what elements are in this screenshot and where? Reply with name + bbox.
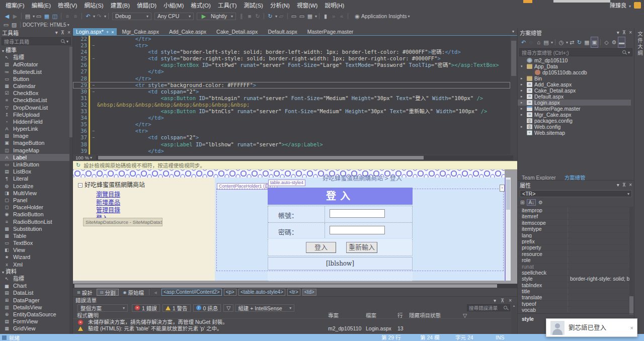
split-view-tab[interactable]: ⊟分割 <box>97 289 119 296</box>
code-scrollbar-thumb[interactable] <box>511 41 516 76</box>
warnings-filter-button[interactable]: 1 警告 <box>163 304 191 312</box>
toolbox-item-RadioButton[interactable]: ◉RadioButton <box>0 211 69 218</box>
se-toolbar-icon-9[interactable]: ▣ <box>591 37 598 48</box>
close-icon[interactable]: × <box>629 30 632 35</box>
doc-tab-Mgr_Cake.aspx[interactable]: Mgr_Cake.aspx <box>117 28 164 35</box>
expander-icon[interactable]: ▾ <box>521 63 523 69</box>
toolbox-item-Xml[interactable]: xXml <box>0 261 69 268</box>
doc-tab-MasterPage.master[interactable]: MasterPage.master <box>302 28 359 35</box>
tree-item-MasterPage.master[interactable]: ▸MasterPage.master <box>518 106 631 112</box>
design-view-tab[interactable]: ⊞設計 <box>74 289 96 296</box>
expander-icon[interactable]: ▸ <box>521 124 523 130</box>
se-toolbar-icon-12[interactable]: ⚙ <box>610 37 618 47</box>
sort-alphabetical-icon[interactable]: A↓ <box>527 199 536 206</box>
se-toolbar-icon-2[interactable]: ⌂ <box>535 37 542 47</box>
tag-path-item[interactable]: <td> <box>302 289 316 296</box>
property-row-title[interactable]: title <box>518 288 629 294</box>
pin-icon[interactable]: ⊼ <box>622 182 626 188</box>
menu-item-7[interactable]: 格式(O) <box>187 0 214 11</box>
close-icon[interactable]: × <box>111 30 114 35</box>
toolbar-combo-debug[interactable]: Debug▾ <box>112 13 151 20</box>
tree-item-Add_Cake.aspx[interactable]: ▸‹›Add_Cake.aspx <box>518 81 631 88</box>
close-icon[interactable]: × <box>630 319 633 337</box>
zoom-level[interactable]: 100 % <box>73 155 89 160</box>
toolbox-item-Image[interactable]: ▨Image <box>0 132 69 139</box>
tree-item-Default.aspx[interactable]: ▸‹›Default.aspx <box>518 94 631 100</box>
toolbox-item-Chart[interactable]: ▅Chart <box>0 282 69 289</box>
tree-item-Login.aspx[interactable]: ▸‹›Login.aspx <box>518 100 631 106</box>
expander-icon[interactable]: ▸ <box>521 75 523 81</box>
se-toolbar-icon-1[interactable]: ◌ <box>527 37 535 47</box>
toolbar-icon-18[interactable]: ■ <box>246 11 254 21</box>
tree-item-App_Data[interactable]: ▾App_Data <box>518 63 631 69</box>
signin-notification[interactable]: 劉芯語已登入 × <box>546 318 637 337</box>
signed-in-user[interactable]: 陳臻良 ▾ <box>610 0 631 11</box>
menu-item-1[interactable]: 編輯(E) <box>28 0 54 11</box>
toolbar-icon-26[interactable]: ▦ <box>306 11 314 21</box>
toolbox-item-AdRotator[interactable]: ▤AdRotator <box>0 61 69 68</box>
toolbar-icon-6[interactable]: ◫ <box>51 11 59 21</box>
property-row-prefix[interactable]: prefix <box>518 238 629 244</box>
pin-icon[interactable]: ⊼ <box>501 298 504 303</box>
toolbox-item-Table[interactable]: ▦Table <box>0 232 69 239</box>
toolbox-search-input[interactable]: 搜尋工具箱 ▾ <box>2 37 71 45</box>
toolbar-icon-30[interactable]: « <box>338 11 346 21</box>
toolbox-item-TextBox[interactable]: ▭TextBox <box>0 239 69 246</box>
sitemap-datasource-control[interactable]: SiteMapDataSource - SiteMapDataSource1 <box>83 218 163 226</box>
design-surface[interactable]: −好吃蜂蜜蛋糕網購商站 瀏覽目錄新增產品管理目錄登入 SiteMapDataSo… <box>73 169 517 284</box>
menu-item-9[interactable]: 測試(S) <box>240 0 267 11</box>
toolbox-item-GridView[interactable]: ▦GridView <box>0 325 69 332</box>
error-col-1[interactable]: 說明 <box>88 312 99 319</box>
collapse-icon[interactable]: − <box>78 183 83 188</box>
se-toolbar-icon-11[interactable]: ◇ <box>603 37 610 47</box>
menu-item-8[interactable]: 工具(T) <box>214 0 240 11</box>
toolbar-icon-4[interactable]: ▭ <box>35 11 43 21</box>
toolbox-item-CheckBox[interactable]: ☑CheckBox <box>0 90 69 97</box>
toolbox-item-Label[interactable]: ALabel <box>0 154 69 161</box>
tree-item-dp105110db.accdb[interactable]: dp105110db.accdb <box>518 69 631 75</box>
se-toolbar-icon-3[interactable]: ▤ <box>542 37 550 47</box>
toolbar-icon-24[interactable]: ▭ <box>290 11 298 21</box>
tag-nav-back-icon[interactable]: ◂ <box>151 287 159 297</box>
toolbox-category-標準[interactable]: ▾標準 <box>0 47 69 54</box>
error-col-4[interactable]: 行 <box>397 312 403 319</box>
code-editor[interactable]: 22 </tr>23− <tr>24 <td style="border-lef… <box>73 36 510 154</box>
toolbox-item-ImageButton[interactable]: ▣ImageButton <box>0 139 69 146</box>
menu-item-5[interactable]: 偵錯(D) <box>133 0 160 11</box>
error-col-2[interactable]: 專案 <box>328 312 339 319</box>
properties-object-dropdown[interactable]: <TR>▾ <box>520 190 632 197</box>
property-row-runat[interactable]: runat <box>518 264 629 270</box>
tree-item-m2_dp105110[interactable]: m2_dp105110 <box>518 57 631 63</box>
solution-explorer-search-input[interactable]: 搜尋方案總管 (Ctrl+;) ▾ <box>519 48 632 56</box>
site-nav-link-新增產品[interactable]: 新增產品 <box>96 198 120 206</box>
menu-item-2[interactable]: 檢視(V) <box>54 0 80 11</box>
pin-icon[interactable]: ⊼ <box>622 30 626 35</box>
chevron-down-icon[interactable]: ▾ <box>617 30 619 35</box>
errors-filter-button[interactable]: ×1 錯誤 <box>132 304 160 312</box>
site-nav-link-管理目錄[interactable]: 管理目錄 <box>96 205 120 214</box>
tree-item-Cake_Detail.aspx[interactable]: ▸‹›Cake_Detail.aspx <box>518 88 631 94</box>
toolbox-item-Wizard[interactable]: ★Wizard <box>0 253 69 261</box>
property-row-itemprop[interactable]: itemprop <box>518 207 629 213</box>
toolbar-icon-29[interactable]: » <box>330 11 338 21</box>
messages-filter-button[interactable]: i0 訊息 <box>193 304 221 312</box>
toolbox-item-Calendar[interactable]: ▦Calendar <box>0 82 69 90</box>
toolbar-icon-8[interactable]: ≡ <box>63 11 71 21</box>
chevron-down-icon[interactable]: ▾ <box>55 30 58 35</box>
toolbar-icon-19[interactable]: ↻ <box>254 11 262 21</box>
toolbox-item-CheckBoxList[interactable]: ≡CheckBoxList <box>0 97 69 104</box>
property-row-vocab[interactable]: vocab <box>518 307 629 312</box>
property-row-role[interactable]: role <box>518 257 629 263</box>
column-filter-icon[interactable]: ▽ <box>463 312 467 319</box>
document-outline-tab[interactable]: 文件大綱 <box>636 31 644 56</box>
menu-item-11[interactable]: 視窗(W) <box>293 0 321 11</box>
toolbar-icon-22[interactable]: ▱ <box>277 11 285 21</box>
menu-item-10[interactable]: 分析(N) <box>267 0 293 11</box>
tag-path-item[interactable]: <asp:Content#Content2> <box>162 289 222 296</box>
error-scope-dropdown[interactable]: 整個方案▾ <box>77 304 128 312</box>
toolbar-combo-any-cpu[interactable]: Any CPU▾ <box>154 13 194 20</box>
property-row-tabIndex[interactable]: tabIndex <box>518 282 629 288</box>
toolbar-icon-17[interactable]: ∥ <box>237 11 246 21</box>
tree-item-Bin[interactable]: ▸Bin <box>518 75 631 81</box>
close-icon[interactable]: × <box>67 30 70 35</box>
